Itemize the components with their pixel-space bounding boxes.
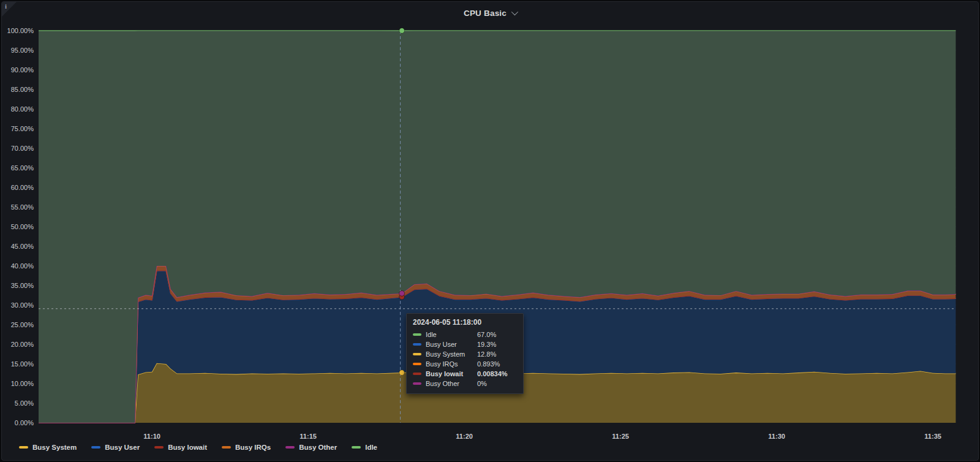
y-axis-tick-label: 40.00% [2, 262, 34, 270]
x-axis-tick-label: 11:30 [757, 432, 796, 441]
y-axis-tick-label: 5.00% [2, 400, 34, 407]
tooltip-row: Busy Other0% [413, 379, 517, 388]
series-color-icon [222, 446, 231, 449]
legend-label: Idle [365, 444, 377, 451]
tooltip-series-value: 67.0% [477, 331, 496, 338]
y-axis-tick-label: 70.00% [2, 145, 34, 152]
y-axis-tick-label: 80.00% [2, 105, 34, 113]
series-color-icon [91, 446, 100, 449]
y-axis-tick-label: 65.00% [2, 164, 34, 172]
tooltip-timestamp: 2024-06-05 11:18:00 [413, 318, 517, 327]
cpu-basic-panel: i CPU Basic 100.00%95.00%90.00%85.00%80.… [1, 1, 979, 461]
y-axis-tick-label: 20.00% [2, 341, 34, 348]
y-axis-tick-label: 55.00% [2, 203, 34, 211]
tooltip-series-name: Busy Other [426, 380, 477, 387]
y-axis-tick-label: 85.00% [2, 86, 34, 93]
legend-label: Busy User [105, 444, 140, 451]
legend-item-busy-system[interactable]: Busy System [19, 444, 77, 451]
tooltip-row: Busy User19.3% [413, 339, 517, 349]
panel-title: CPU Basic [464, 9, 507, 18]
legend-label: Busy System [32, 444, 77, 451]
x-axis-tick-label: 11:25 [601, 432, 640, 441]
x-axis-tick-label: 11:15 [288, 432, 328, 441]
series-color-icon [413, 363, 421, 365]
tooltip-row: Busy Iowait0.00834% [413, 369, 517, 379]
chevron-down-icon [511, 9, 518, 15]
legend-label: Busy Other [299, 444, 337, 451]
tooltip-series-name: Busy Iowait [426, 370, 477, 377]
y-axis-tick-label: 0.00% [2, 419, 34, 426]
series-color-icon [154, 446, 164, 449]
series-color-icon [413, 373, 421, 375]
tooltip-series-name: Busy System [426, 350, 477, 358]
tooltip-row: Busy System12.8% [413, 349, 517, 359]
y-axis-tick-label: 75.00% [2, 125, 34, 132]
legend-label: Busy Iowait [168, 444, 207, 451]
y-axis-tick-label: 10.00% [2, 380, 34, 387]
legend-item-busy-other[interactable]: Busy Other [285, 444, 337, 451]
y-axis-tick-label: 35.00% [2, 282, 34, 289]
tooltip-row: Idle67.0% [413, 330, 517, 339]
panel-info-corner[interactable]: i [2, 2, 17, 17]
y-axis-tick-label: 100.00% [2, 27, 34, 34]
series-color-icon [413, 333, 421, 336]
tooltip-row: Busy IRQs0.893% [413, 359, 517, 369]
legend: Busy SystemBusy UserBusy IowaitBusy IRQs… [19, 444, 377, 451]
panel-header[interactable]: CPU Basic [2, 2, 978, 24]
y-axis-tick-label: 30.00% [2, 301, 34, 309]
legend-item-busy-iowait[interactable]: Busy Iowait [154, 444, 207, 451]
tooltip-series-value: 0.00834% [477, 370, 508, 377]
tooltip-series-name: Busy IRQs [426, 360, 477, 368]
tooltip-series-name: Idle [426, 331, 477, 338]
grafana-panel-screenshot: i CPU Basic 100.00%95.00%90.00%85.00%80.… [0, 0, 980, 462]
series-color-icon [285, 446, 295, 449]
legend-item-idle[interactable]: Idle [352, 444, 377, 451]
series-color-icon [413, 382, 421, 385]
y-axis-tick-label: 60.00% [2, 184, 34, 191]
hover-tooltip: 2024-06-05 11:18:00 Idle67.0%Busy User19… [406, 313, 524, 394]
y-axis-tick-label: 45.00% [2, 243, 34, 250]
x-axis-tick-label: 11:10 [132, 432, 172, 441]
series-color-icon [19, 446, 28, 449]
y-axis-tick-label: 95.00% [2, 47, 34, 54]
series-color-icon [413, 353, 421, 355]
x-axis-tick-label: 11:20 [445, 432, 484, 441]
tooltip-series-value: 12.8% [477, 350, 496, 358]
info-icon: i [5, 2, 7, 10]
tooltip-series-value: 19.3% [477, 341, 496, 348]
x-axis-tick-label: 11:35 [913, 432, 952, 441]
tooltip-series-value: 0% [477, 380, 487, 387]
tooltip-series-value: 0.893% [477, 360, 500, 368]
legend-item-busy-irqs[interactable]: Busy IRQs [222, 444, 271, 451]
tooltip-series-name: Busy User [426, 341, 477, 348]
series-color-icon [413, 343, 421, 346]
y-axis-tick-label: 15.00% [2, 360, 34, 368]
y-axis-tick-label: 50.00% [2, 223, 34, 230]
y-axis-tick-label: 90.00% [2, 66, 34, 74]
series-color-icon [352, 446, 361, 449]
legend-item-busy-user[interactable]: Busy User [91, 444, 140, 451]
y-axis-tick-label: 25.00% [2, 321, 34, 328]
legend-label: Busy IRQs [235, 444, 271, 451]
